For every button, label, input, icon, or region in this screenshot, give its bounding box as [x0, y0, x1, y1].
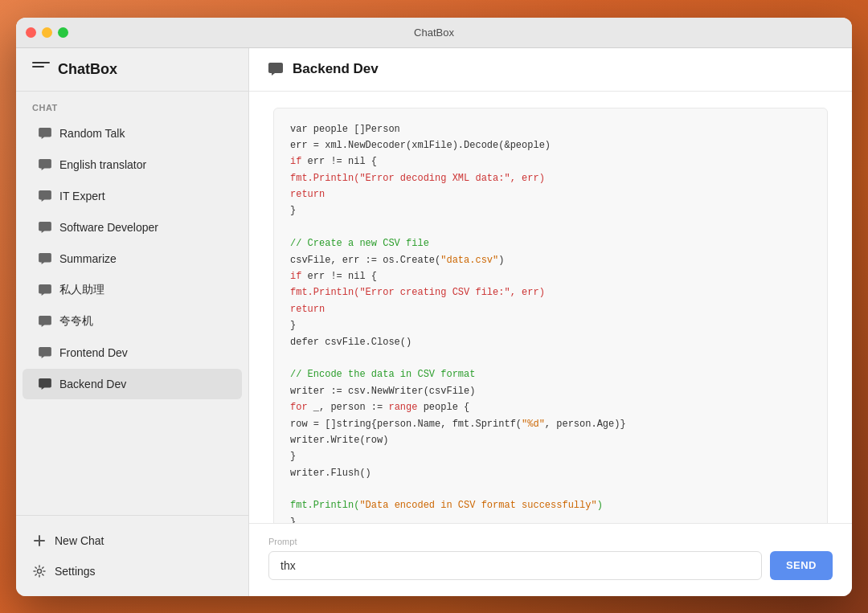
prompt-area: Prompt SEND	[249, 523, 852, 596]
code-line: }	[290, 448, 811, 464]
code-line	[290, 481, 811, 497]
sidebar-items-container: CHAT Random Talk ··· English translator …	[16, 92, 248, 515]
close-button[interactable]	[26, 27, 36, 38]
chat-header: Backend Dev	[249, 48, 852, 92]
code-line	[290, 219, 811, 235]
sidebar-item-backend-dev[interactable]: Backend Dev ···	[23, 369, 242, 399]
svg-point-2	[38, 569, 42, 573]
sidebar-item-english-translator[interactable]: English translator ···	[23, 149, 242, 180]
chat-bubble-icon	[39, 347, 51, 358]
prompt-input-row: SEND	[268, 551, 833, 580]
new-chat-button[interactable]: New Chat	[23, 525, 242, 556]
code-line: row = []string{person.Name, fmt.Sprintf(…	[290, 416, 811, 432]
chat-title: Backend Dev	[293, 61, 379, 77]
app-logo-icon	[32, 62, 50, 76]
code-line: var people []Person	[290, 121, 811, 137]
sidebar-item-label: Summarize	[59, 252, 215, 265]
chat-bubble-icon	[39, 128, 51, 139]
gear-icon	[32, 564, 47, 578]
window-title: ChatBox	[414, 27, 454, 39]
titlebar: ChatBox	[16, 18, 852, 48]
sidebar-item-exam-machine[interactable]: 夸夸机 ···	[23, 306, 242, 337]
code-line: }	[290, 202, 811, 219]
code-line: // Create a new CSV file	[290, 235, 811, 251]
sidebar-item-random-talk[interactable]: Random Talk ···	[23, 118, 242, 149]
chat-bubble-icon	[39, 159, 51, 170]
chat-bubble-icon	[39, 284, 51, 296]
code-line: return	[290, 301, 811, 317]
sidebar-item-software-developer[interactable]: Software Developer ···	[23, 212, 242, 243]
sidebar-item-summarize[interactable]: Summarize ···	[23, 243, 242, 274]
code-block: var people []Person err = xml.NewDecoder…	[273, 108, 828, 523]
code-line	[290, 350, 811, 366]
code-line: }	[290, 514, 811, 523]
chat-bubble-icon	[39, 222, 51, 233]
chat-bubble-icon	[39, 316, 51, 327]
sidebar-item-label: English translator	[59, 158, 215, 171]
code-line: writer := csv.NewWriter(csvFile)	[290, 383, 811, 399]
sidebar-item-label: Backend Dev	[59, 378, 215, 390]
chat-header-icon	[268, 63, 283, 76]
app-window: ChatBox ChatBox CHAT Random Talk	[16, 18, 852, 596]
code-line: fmt.Println("Error decoding XML data:", …	[290, 170, 811, 186]
chat-messages: var people []Person err = xml.NewDecoder…	[249, 92, 852, 523]
sidebar-item-private-assistant[interactable]: 私人助理 ···	[23, 275, 242, 305]
code-line: csvFile, err := os.Create("data.csv")	[290, 252, 811, 268]
code-line: writer.Write(row)	[290, 432, 811, 448]
minimize-button[interactable]	[42, 27, 52, 38]
sidebar-footer: New Chat Settings	[16, 515, 248, 596]
code-line: fmt.Println("Error creating CSV file:", …	[290, 284, 811, 300]
sidebar-header: ChatBox	[16, 48, 248, 92]
app-name: ChatBox	[58, 61, 117, 78]
code-line: for _, person := range people {	[290, 399, 811, 415]
sidebar-item-label: 私人助理	[59, 283, 215, 297]
sidebar-item-frontend-dev[interactable]: Frontend Dev ···	[23, 337, 242, 368]
chat-bubble-icon	[39, 253, 51, 264]
code-line: err = xml.NewDecoder(xmlFile).Decode(&pe…	[290, 137, 811, 153]
chat-section-label: CHAT	[16, 92, 248, 117]
new-chat-label: New Chat	[55, 534, 104, 547]
sidebar-item-it-expert[interactable]: IT Expert ···	[23, 181, 242, 211]
sidebar-item-label: IT Expert	[59, 190, 215, 202]
code-line: if err != nil {	[290, 268, 811, 284]
code-line: writer.Flush()	[290, 465, 811, 481]
window-controls	[26, 27, 68, 38]
chat-bubble-icon	[39, 378, 51, 390]
chat-area: Backend Dev var people []Person err = xm…	[249, 48, 852, 596]
send-button[interactable]: SEND	[770, 551, 833, 580]
code-line: }	[290, 317, 811, 333]
code-line: defer csvFile.Close()	[290, 334, 811, 350]
prompt-label: Prompt	[268, 537, 833, 546]
plus-icon	[32, 533, 47, 548]
prompt-input[interactable]	[268, 551, 762, 580]
settings-label: Settings	[55, 565, 96, 578]
sidebar: ChatBox CHAT Random Talk ··· E	[16, 48, 249, 596]
settings-button[interactable]: Settings	[23, 556, 242, 586]
code-line: // Encode the data in CSV format	[290, 366, 811, 382]
sidebar-item-label: Software Developer	[59, 221, 215, 234]
sidebar-item-label: 夸夸机	[59, 314, 215, 329]
code-line: return	[290, 186, 811, 202]
chat-bubble-icon	[39, 190, 51, 202]
sidebar-item-label: Random Talk	[59, 127, 215, 140]
main-layout: ChatBox CHAT Random Talk ··· E	[16, 48, 852, 596]
code-line: fmt.Println("Data encoded in CSV format …	[290, 497, 811, 513]
code-line: if err != nil {	[290, 153, 811, 170]
maximize-button[interactable]	[58, 27, 68, 38]
sidebar-item-label: Frontend Dev	[59, 346, 215, 359]
